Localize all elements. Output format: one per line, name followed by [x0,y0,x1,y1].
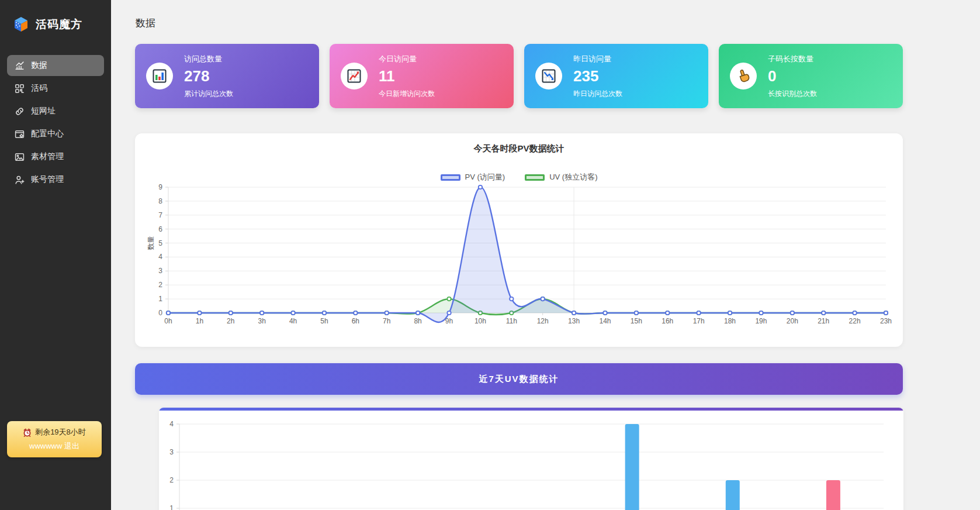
stat-subtitle: 昨日访问总次数 [573,89,622,99]
uv-legend-swatch [525,174,545,181]
sidebar-item-label: 活码 [31,83,47,94]
svg-text:2: 2 [169,476,174,484]
sidebar-item-data[interactable]: 数据 [7,55,104,76]
stat-title: 子码长按数量 [768,54,817,64]
svg-text:6: 6 [158,225,162,233]
svg-text:18h: 18h [724,317,736,325]
stat-value: 235 [573,67,622,85]
logout-link[interactable]: 退出 [64,442,79,450]
stat-icon-circle [535,63,562,89]
svg-text:0h: 0h [164,317,172,325]
sidebar-item-label: 数据 [31,60,47,71]
stat-subtitle: 长按识别总次数 [768,89,817,99]
svg-text:8: 8 [158,197,162,205]
svg-text:3h: 3h [258,317,265,325]
svg-text:16h: 16h [662,317,673,325]
svg-text:5h: 5h [320,317,328,325]
expire-time: 剩余19天8小时 [9,427,99,437]
svg-text:数量: 数量 [147,236,155,250]
sidebar-menu: 数据 活码 短网址 配置中心 [0,55,111,190]
chart-up-icon [347,68,362,84]
data-chart-icon [15,61,25,71]
legend-item-uv[interactable]: UV (独立访客) [525,172,597,182]
uv-section-title: 近7天UV数据统计 [479,374,559,385]
sidebar-item-shorturl[interactable]: 短网址 [7,101,104,122]
svg-text:5: 5 [158,239,162,247]
svg-text:17h: 17h [693,317,705,325]
stat-value: 11 [379,67,435,85]
stat-card-yesterday-visits: 昨日访问量 235 昨日访问总次数 [524,44,708,108]
svg-text:4: 4 [158,253,162,261]
image-icon [15,152,25,162]
stat-icon-circle [146,63,173,89]
stat-card-longpress: 子码长按数量 0 长按识别总次数 [719,44,903,108]
pointing-hand-icon [736,68,751,84]
svg-text:4: 4 [169,420,174,428]
svg-text:12h: 12h [537,317,549,325]
sidebar-item-livecode[interactable]: 活码 [7,78,104,99]
pv-uv-line-chart: 01234567890h1h2h3h4h5h6h7h8h9h10h11h12h1… [135,182,903,330]
stat-value: 278 [184,67,233,85]
alarm-clock-icon [23,428,32,437]
stat-card-today-visits: 今日访问量 11 今日新增访问次数 [330,44,514,108]
expire-notice-card: 剩余19天8小时 wwwwww 退出 [7,421,102,457]
page-title: 数据 [136,16,903,30]
uv-bar-chart-card: 43210 [159,408,903,510]
main-content: 数据 访问总数量 278 累计访问总次数 [111,0,903,510]
stat-icon-circle [730,63,757,89]
sidebar-item-label: 账号管理 [31,174,64,185]
stat-icon-circle [341,63,368,89]
link-icon [15,106,25,116]
svg-text:7h: 7h [383,317,390,325]
pv-chart-title: 今天各时段PV数据统计 [135,143,903,154]
svg-text:9: 9 [158,183,162,191]
svg-text:21h: 21h [818,317,829,325]
sidebar-item-label: 短网址 [31,106,56,116]
svg-text:8h: 8h [414,317,421,325]
bar-chart-icon [152,68,167,84]
expire-time-text: 剩余19天8小时 [35,427,86,437]
svg-text:7: 7 [158,211,162,219]
logo-text: 活码魔方 [36,17,82,32]
svg-text:10h: 10h [475,317,486,325]
stat-value: 0 [768,67,817,85]
svg-text:13h: 13h [568,317,580,325]
svg-text:1h: 1h [196,317,203,325]
sidebar-item-material[interactable]: 素材管理 [7,146,104,167]
uv-bar-chart: 43210 [159,411,903,510]
sidebar-item-account[interactable]: 账号管理 [7,169,104,190]
svg-text:11h: 11h [506,317,517,325]
username-text: wwwwww [29,442,62,450]
uv-legend-label: UV (独立访客) [549,172,597,182]
stat-card-total-visits: 访问总数量 278 累计访问总次数 [135,44,319,108]
config-icon [15,129,25,139]
svg-text:6h: 6h [352,317,359,325]
pv-chart-card: 今天各时段PV数据统计 PV (访问量) UV (独立访客) 012345678… [135,133,903,347]
svg-text:3: 3 [169,448,174,456]
svg-text:19h: 19h [755,317,767,325]
stat-cards-row: 访问总数量 278 累计访问总次数 今日访问量 11 今日新增访问次数 [135,44,903,108]
svg-text:23h: 23h [880,317,892,325]
svg-text:20h: 20h [787,317,798,325]
sidebar-item-label: 配置中心 [31,129,64,139]
svg-text:2: 2 [158,281,162,289]
uv-section-header: 近7天UV数据统计 [135,363,903,395]
sidebar: 活码魔方 数据 活码 短网址 [0,0,111,510]
sidebar-item-label: 素材管理 [31,151,64,162]
stat-title: 昨日访问量 [573,54,622,64]
svg-text:14h: 14h [599,317,611,325]
stat-subtitle: 累计访问总次数 [184,89,233,99]
qr-code-icon [15,84,25,94]
sidebar-item-config[interactable]: 配置中心 [7,123,104,144]
user-add-icon [15,175,25,185]
stat-title: 访问总数量 [184,54,233,64]
chart-down-icon [541,68,556,84]
app-logo: 活码魔方 [0,0,111,34]
stat-subtitle: 今日新增访问次数 [379,89,435,99]
cube-logo-icon [12,15,30,34]
pv-legend-swatch [441,174,460,181]
legend-item-pv[interactable]: PV (访问量) [441,172,505,182]
stat-title: 今日访问量 [379,54,435,64]
svg-text:3: 3 [158,267,162,275]
svg-text:4h: 4h [289,317,297,325]
